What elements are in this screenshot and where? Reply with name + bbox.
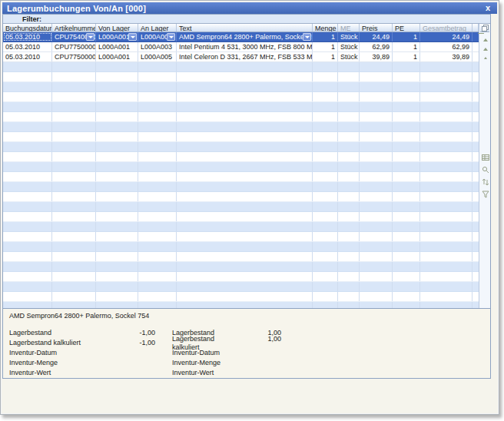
dropdown-button[interactable] xyxy=(167,33,175,41)
grid-side-strip xyxy=(479,24,490,308)
column-header-text[interactable]: Text xyxy=(177,24,313,31)
filter-row[interactable]: Filter: xyxy=(3,15,490,24)
column-header-an-lager[interactable]: An Lager xyxy=(138,24,177,31)
empty-row xyxy=(3,242,479,252)
cell-von-lager[interactable]: L000A001 xyxy=(96,32,138,41)
cell-an-lager[interactable]: L000A005 xyxy=(138,52,177,61)
filter-label: Filter: xyxy=(22,15,41,23)
cell-gesamtbetrag[interactable]: 24,49 xyxy=(420,32,472,41)
empty-row xyxy=(3,112,479,122)
lagerbestand-kalkuliert-von-label: Lagerbestand kalkuliert xyxy=(9,339,113,347)
empty-row xyxy=(3,92,479,102)
dropdown-button[interactable] xyxy=(128,33,137,41)
empty-row xyxy=(3,262,479,272)
grid-icon[interactable] xyxy=(481,153,489,161)
cell-text[interactable]: Intel Pentium 4 531, 3000 MHz, FSB 800 M… xyxy=(177,42,313,51)
empty-row xyxy=(3,132,479,142)
column-header-filler xyxy=(472,24,479,31)
column-chooser-icon[interactable] xyxy=(480,24,489,32)
cell-menge[interactable]: 1 xyxy=(313,32,338,41)
empty-row xyxy=(3,232,479,242)
cell-me[interactable]: Stück xyxy=(338,32,360,41)
cell-text[interactable]: AMD Sempron64 2800+ Palermo, Sockel 754 xyxy=(177,32,313,41)
empty-row xyxy=(3,192,479,202)
cell-pe[interactable]: 1 xyxy=(393,32,420,41)
scroll-up-icon[interactable] xyxy=(481,45,489,53)
column-header-me[interactable]: ME xyxy=(338,24,360,31)
grid-area: Buchungsdatum Artikelnummer Von Lager An… xyxy=(3,24,490,308)
cell-preis[interactable]: 62,99 xyxy=(360,42,393,51)
cell-pe[interactable]: 1 xyxy=(393,52,420,61)
empty-row xyxy=(3,82,479,92)
sort-icon[interactable] xyxy=(481,177,489,186)
cell-buchungsdatum[interactable]: 05.03.2010 xyxy=(3,52,52,61)
scroll-top-icon[interactable] xyxy=(481,35,489,44)
table-row-selected[interactable]: 05.03.2010 CPU75400003 L000A001 L000A002… xyxy=(3,32,479,42)
scroll-up-small-icon[interactable] xyxy=(481,54,489,62)
empty-row xyxy=(3,72,479,82)
inventur-wert-an-label: Inventur-Wert xyxy=(172,369,243,377)
column-header-row: Buchungsdatum Artikelnummer Von Lager An… xyxy=(3,24,479,32)
column-header-buchungsdatum[interactable]: Buchungsdatum xyxy=(3,24,52,31)
inventur-wert-an-value xyxy=(243,369,281,377)
cell-preis[interactable]: 24,49 xyxy=(360,32,393,41)
empty-row xyxy=(3,202,479,212)
column-header-artikelnummer[interactable]: Artikelnummer xyxy=(52,24,96,31)
grid-body: 05.03.2010 CPU75400003 L000A001 L000A002… xyxy=(3,32,479,308)
empty-row xyxy=(3,212,479,222)
cell-text[interactable]: Intel Celeron D 331, 2667 MHz, FSB 533 M… xyxy=(177,52,313,61)
filter-icon[interactable] xyxy=(481,190,489,198)
table-row[interactable]: 05.03.2010 CPU77500001 L000A001 L000A003… xyxy=(3,42,479,52)
empty-row xyxy=(3,182,479,192)
dropdown-button[interactable] xyxy=(86,33,94,41)
lagerbestand-kalkuliert-von-value: -1,00 xyxy=(113,339,155,347)
cell-pe[interactable]: 1 xyxy=(393,42,420,51)
cell-buchungsdatum[interactable]: 05.03.2010 xyxy=(3,42,52,51)
title-bar[interactable]: Lagerumbuchungen Von/An [000] x xyxy=(2,2,497,14)
inventur-wert-von-value xyxy=(113,369,155,377)
empty-row xyxy=(3,302,479,308)
column-header-gesamtbetrag[interactable]: Gesamtbetrag xyxy=(420,24,472,31)
cell-gesamtbetrag[interactable]: 39,89 xyxy=(420,52,472,61)
cell-von-lager[interactable]: L000A001 xyxy=(96,42,138,51)
details-panel: AMD Sempron64 2800+ Palermo, Sockel 754 … xyxy=(3,308,490,378)
close-icon[interactable]: x xyxy=(483,4,492,12)
stock-transfer-grid: Filter: Buchungsdatum Artikelnummer Von … xyxy=(2,14,491,379)
table-row[interactable]: 05.03.2010 CPU77500002 L000A001 L000A005… xyxy=(3,52,479,62)
cell-buchungsdatum[interactable]: 05.03.2010 xyxy=(3,32,52,41)
inventur-menge-von-label: Inventur-Menge xyxy=(9,359,113,367)
column-header-menge[interactable]: Menge xyxy=(313,24,338,31)
empty-row xyxy=(3,172,479,182)
cell-gesamtbetrag[interactable]: 62,99 xyxy=(420,42,472,51)
cell-menge[interactable]: 1 xyxy=(313,52,338,61)
search-icon[interactable] xyxy=(481,165,489,174)
cell-preis[interactable]: 39,89 xyxy=(360,52,393,61)
cell-artikelnummer[interactable]: CPU75400003 xyxy=(52,32,96,41)
inventur-datum-von-label: Inventur-Datum xyxy=(9,349,113,357)
empty-row xyxy=(3,292,479,302)
empty-row xyxy=(3,122,479,132)
cell-von-lager[interactable]: L000A001 xyxy=(96,52,138,61)
cell-artikelnummer[interactable]: CPU77500001 xyxy=(52,42,96,51)
cell-an-lager[interactable]: L000A003 xyxy=(138,42,177,51)
cell-me[interactable]: Stück xyxy=(338,52,360,61)
inventur-menge-an-value xyxy=(243,359,281,367)
cell-artikelnummer[interactable]: CPU77500002 xyxy=(52,52,96,61)
empty-row xyxy=(3,222,479,232)
lagerbestand-von-value: -1,00 xyxy=(113,329,155,337)
empty-row xyxy=(3,102,479,112)
dropdown-button[interactable] xyxy=(303,33,311,41)
grid-main: Buchungsdatum Artikelnummer Von Lager An… xyxy=(3,24,479,308)
window-title: Lagerumbuchungen Von/An [000] xyxy=(7,4,146,13)
app-window: Lagerumbuchungen Von/An [000] x Filter: … xyxy=(0,0,499,415)
inventur-wert-von-label: Inventur-Wert xyxy=(9,369,113,377)
cell-me[interactable]: Stück xyxy=(338,42,360,51)
column-header-preis[interactable]: Preis xyxy=(360,24,393,31)
column-header-pe[interactable]: PE xyxy=(393,24,420,31)
cell-menge[interactable]: 1 xyxy=(313,42,338,51)
inventur-menge-an-label: Inventur-Menge xyxy=(172,359,243,367)
empty-row xyxy=(3,162,479,172)
column-header-von-lager[interactable]: Von Lager xyxy=(96,24,138,31)
empty-row xyxy=(3,252,479,262)
cell-an-lager[interactable]: L000A002 xyxy=(138,32,177,41)
